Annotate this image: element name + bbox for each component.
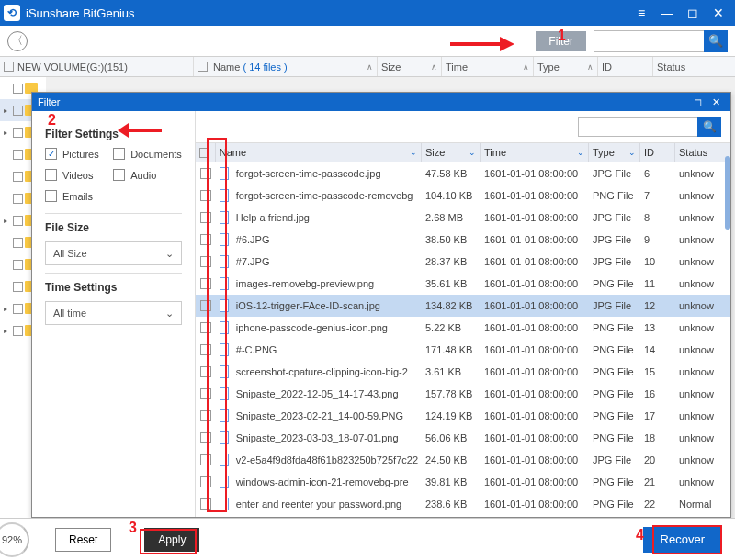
col-id[interactable]: ID [602,62,612,73]
col-type[interactable]: Type [537,62,560,73]
cell-size: 47.58 KB [422,168,481,179]
dialog-close-button[interactable]: ✕ [707,96,725,108]
select-all-checkbox[interactable] [199,148,209,158]
filter-type-videos[interactable]: Videos [45,169,107,181]
scrollbar-thumb[interactable] [725,156,730,230]
row-checkbox[interactable] [200,410,211,421]
row-checkbox[interactable] [200,366,211,377]
time-dropdown[interactable]: All time⌄ [45,301,182,325]
cell-size: 39.81 KB [422,476,481,487]
table-row[interactable]: enter and reenter your password.png238.6… [196,493,730,515]
filter-results-header: Name⌄ Size⌄ Time⌄ Type⌄ ID Status [196,142,730,162]
table-row[interactable]: Snipaste_2023-03-03_18-07-01.png56.06 KB… [196,427,730,449]
cell-status: unknow [675,366,730,377]
filter-type-audio[interactable]: Audio [113,169,182,181]
recover-button[interactable]: Recover [643,527,722,553]
back-button[interactable]: 〈 [7,31,28,51]
cell-time: 1601-01-01 08:00:00 [481,300,589,311]
dialog-maximize-button[interactable]: ◻ [688,96,707,108]
col-size[interactable]: Size [381,62,401,73]
file-icon [220,277,229,290]
file-size-value: All Size [53,248,87,259]
minimize-button[interactable]: — [654,4,680,22]
label-emails: Emails [62,191,93,202]
hcol-id[interactable]: ID [644,147,654,158]
row-checkbox[interactable] [200,190,211,201]
menu-icon[interactable]: ≡ [628,4,654,22]
col-name[interactable]: Name [213,62,240,73]
hcol-status[interactable]: Status [679,147,707,158]
table-row[interactable]: #-C.PNG171.48 KB1601-01-01 08:00:00PNG F… [196,339,730,361]
file-icon [220,189,229,202]
row-checkbox[interactable] [200,432,211,443]
chevron-down-icon: ⌄ [165,248,174,260]
table-row[interactable]: forgot-screen-time-passcode-removebg104.… [196,185,730,207]
row-checkbox[interactable] [200,256,211,267]
row-checkbox[interactable] [200,278,211,289]
filter-dialog-titlebar: Filter ◻ ✕ [32,93,730,111]
close-button[interactable]: ✕ [706,4,731,22]
row-checkbox[interactable] [200,344,211,355]
search-go-button[interactable]: 🔍 [704,30,728,52]
file-icon [220,365,229,378]
row-checkbox[interactable] [200,300,211,311]
col-status[interactable]: Status [657,62,685,73]
cell-type: PNG File [589,498,640,510]
filter-type-documents[interactable]: Documents [113,148,182,160]
cell-time: 1601-01-01 08:00:00 [481,256,589,267]
table-row[interactable]: iphone-passcode-genius-icon.png5.22 KB16… [196,317,730,339]
row-checkbox[interactable] [200,498,211,510]
filter-button[interactable]: Filter [536,31,586,51]
row-checkbox[interactable] [200,388,211,399]
filter-search-button[interactable]: 🔍 [697,117,721,137]
table-row[interactable]: images-removebg-preview.png35.61 KB1601-… [196,273,730,295]
table-row[interactable]: #6.JPG38.50 KB1601-01-01 08:00:00JPG Fil… [196,229,730,251]
cell-id: 22 [640,498,675,510]
table-row[interactable]: #7.JPG28.37 KB1601-01-01 08:00:00JPG Fil… [196,251,730,273]
cell-size: 5.22 KB [422,322,481,333]
cell-time: 1601-01-01 08:00:00 [481,410,589,421]
table-row[interactable]: screenshot-cpature-clipping-icon-big-23.… [196,361,730,383]
search-input[interactable] [594,30,704,52]
file-icon [220,255,229,268]
filter-type-emails[interactable]: Emails [45,190,107,202]
filter-search-input[interactable] [578,117,697,137]
table-row[interactable]: Snipaste_2023-02-21_14-00-59.PNG124.19 K… [196,405,730,427]
cell-status: unknow [675,168,730,179]
row-checkbox[interactable] [200,234,211,245]
table-row[interactable]: v2-e5a4f9d8fda48f61b823250b725f7c2224.50… [196,449,730,471]
table-row[interactable]: Snipaste_2022-12-05_14-17-43.png157.78 K… [196,383,730,405]
hcol-type[interactable]: Type [593,147,615,158]
cell-size: 124.19 KB [422,410,481,421]
hcol-size[interactable]: Size [425,147,445,158]
cell-time: 1601-01-01 08:00:00 [481,432,589,443]
row-checkbox[interactable] [200,168,211,179]
cell-id: 12 [640,300,675,311]
table-row[interactable]: Help a friend.jpg2.68 MB1601-01-01 08:00… [196,207,730,229]
cell-type: PNG File [589,344,640,355]
app-logo-icon: ⟲ [4,5,20,21]
filter-type-pictures[interactable]: ✓Pictures [45,148,107,160]
apply-button[interactable]: Apply [144,528,199,552]
cell-id: 20 [640,454,675,465]
cell-type: JPG File [589,300,640,311]
row-checkbox[interactable] [200,454,211,465]
hcol-name[interactable]: Name [220,147,246,158]
cell-status: unknow [675,388,730,399]
hcol-time[interactable]: Time [484,147,506,158]
table-row[interactable]: forgot-screen-time-passcode.jpg47.58 KB1… [196,162,730,185]
row-checkbox[interactable] [200,212,211,223]
maximize-button[interactable]: ◻ [680,4,706,22]
table-row[interactable]: iOS-12-trigger-FAce-ID-scan.jpg134.82 KB… [196,295,730,317]
row-checkbox[interactable] [200,476,211,487]
cell-id: 7 [640,190,675,201]
col-time[interactable]: Time [446,62,468,73]
table-row[interactable]: windows-admin-icon-21-removebg-pre39.81 … [196,471,730,493]
file-icon [220,299,229,312]
row-checkbox[interactable] [200,322,211,333]
select-all-checkbox[interactable] [198,62,208,72]
file-size-dropdown[interactable]: All Size⌄ [45,241,182,265]
file-icon [220,321,229,334]
volume-checkbox[interactable] [4,62,14,72]
reset-button[interactable]: Reset [55,528,111,552]
